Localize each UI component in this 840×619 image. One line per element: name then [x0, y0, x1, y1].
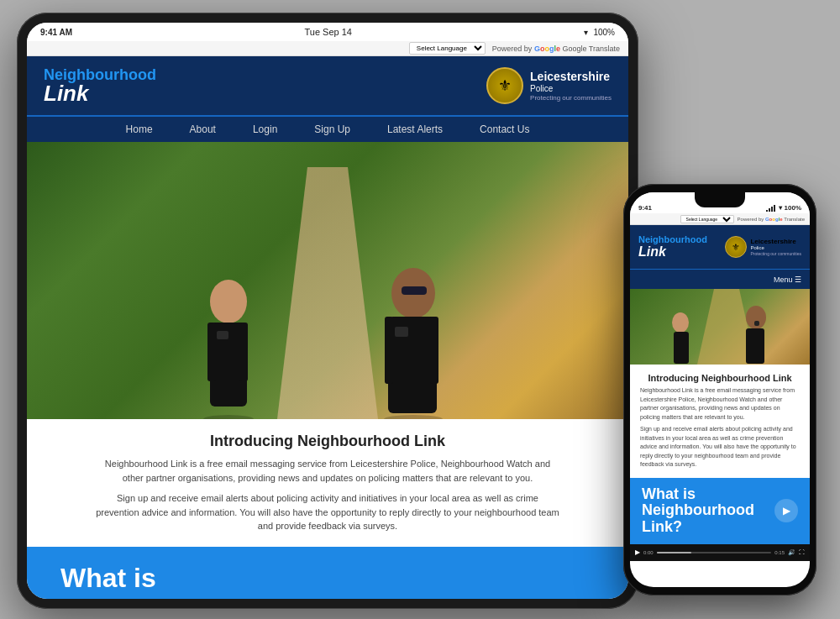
brand-logo: Neighbourhood Link — [44, 67, 156, 104]
intro-title: Introducing Neighbourhood Link — [94, 433, 561, 450]
phone-hero-svg — [630, 289, 810, 365]
video-progress-bar[interactable] — [657, 552, 772, 553]
phone-language-select[interactable]: Select Language — [680, 215, 734, 223]
police-badge-icon: ⚜ — [486, 67, 523, 104]
tablet-status-bar: 9:41 AM Tue Sep 14 ▾ 100% — [27, 23, 628, 41]
tablet-blue-section: What is — [27, 547, 628, 600]
phone-menu-label[interactable]: Menu ☰ — [774, 275, 801, 284]
nav-contact[interactable]: Contact Us — [461, 117, 548, 142]
language-select[interactable]: Select Language — [409, 42, 486, 55]
phone-police-name: Leicestershire — [750, 238, 801, 245]
tablet-date: Tue Sep 14 — [304, 27, 351, 37]
wifi-icon: ▾ — [584, 28, 588, 37]
blue-title: What is — [60, 564, 156, 593]
signal-icon — [766, 205, 776, 212]
phone-intro-title: Introducing Neighbourhood Link — [640, 373, 800, 383]
phone-powered-by: Powered by Google Translate — [738, 217, 805, 222]
svg-point-11 — [203, 415, 254, 419]
nav-about[interactable]: About — [171, 117, 234, 142]
phone-nav: Menu ☰ — [630, 269, 810, 289]
tablet-header: Neighbourhood Link ⚜ Leicestershire Poli… — [27, 56, 628, 115]
play-button[interactable]: ▶ — [774, 499, 798, 522]
police-subtitle: Protecting our communities — [530, 94, 612, 102]
police-info: Leicestershire Police Protecting our com… — [530, 70, 612, 102]
phone-police-info: Leicestershire Police Protecting our com… — [750, 238, 801, 256]
video-time-current: 0:00 — [643, 550, 654, 555]
police-logo: ⚜ Leicestershire Police Protecting our c… — [486, 67, 612, 104]
phone-police-badge-icon: ⚜ — [725, 236, 747, 258]
svg-rect-15 — [771, 207, 773, 212]
svg-rect-2 — [217, 331, 228, 339]
nav-login[interactable]: Login — [234, 117, 296, 142]
phone-device: 9:41 ▾ 100% Select Language — [623, 184, 816, 595]
phone-video-bar: ▶ 0:00 0:15 🔊 ⛶ — [630, 544, 810, 561]
nav-signup[interactable]: Sign Up — [296, 117, 369, 142]
phone-translate-bar: Select Language Powered by Google Transl… — [630, 213, 810, 225]
phone-screen: 9:41 ▾ 100% Select Language — [630, 192, 810, 587]
phone-police-logo: ⚜ Leicestershire Police Protecting our c… — [725, 236, 801, 258]
phone-intro-text1: Neighbourhood Link is a free email messa… — [640, 386, 800, 422]
phone-intro-section: Introducing Neighbourhood Link Neighbour… — [630, 365, 810, 478]
tablet-screen: 9:41 AM Tue Sep 14 ▾ 100% Select Languag… — [27, 23, 628, 599]
tablet-hero-image — [27, 142, 628, 419]
svg-rect-3 — [207, 323, 216, 381]
phone-blue-section: What is Neighbourhood Link? ▶ — [630, 478, 810, 544]
nav-home[interactable]: Home — [108, 117, 171, 142]
phone-notch — [695, 192, 745, 207]
brand-name-bottom: Link — [44, 82, 156, 104]
intro-text1: Neighbourhood Link is a free email messa… — [94, 457, 561, 485]
intro-text2: Sign up and receive email alerts about p… — [94, 491, 561, 533]
phone-brand-logo: Neighbourhood Link — [638, 234, 707, 260]
phone-brand-bottom: Link — [638, 244, 707, 260]
phone-brand-top: Neighbourhood — [638, 234, 707, 244]
svg-rect-14 — [769, 208, 770, 212]
battery-icon: 100% — [593, 28, 615, 37]
tablet-intro-section: Introducing Neighbourhood Link Neighbour… — [27, 419, 628, 547]
svg-rect-16 — [774, 205, 775, 212]
phone-hero-image — [630, 289, 810, 365]
phone-status-icons: ▾ 100% — [766, 204, 801, 212]
svg-rect-4 — [239, 323, 248, 381]
hero-officers-svg — [27, 142, 628, 419]
tablet-nav: Home About Login Sign Up Latest Alerts C… — [27, 115, 628, 142]
fullscreen-icon[interactable]: ⛶ — [799, 549, 805, 555]
scene: 9:41 AM Tue Sep 14 ▾ 100% Select Languag… — [0, 0, 840, 619]
svg-point-18 — [672, 312, 689, 333]
svg-rect-21 — [754, 321, 759, 326]
svg-rect-19 — [674, 332, 689, 364]
tablet-status-icons: ▾ 100% — [584, 28, 615, 37]
police-title: Police — [530, 83, 612, 94]
phone-header: Neighbourhood Link ⚜ Leicestershire Poli… — [630, 225, 810, 269]
svg-point-0 — [210, 280, 247, 323]
battery-icon-phone: 100% — [785, 204, 801, 212]
svg-rect-13 — [766, 210, 768, 212]
phone-police-title: Police — [750, 245, 801, 251]
wifi-icon-phone: ▾ — [779, 204, 782, 212]
svg-rect-10 — [430, 317, 438, 384]
phone-police-subtitle: Protecting our communities — [750, 251, 801, 256]
svg-rect-22 — [746, 328, 764, 364]
tablet-time: 9:41 AM — [40, 28, 72, 37]
volume-icon[interactable]: 🔊 — [788, 549, 795, 556]
nav-alerts[interactable]: Latest Alerts — [369, 117, 461, 142]
translate-bar: Select Language Powered by Google Google… — [27, 41, 628, 56]
play-icon[interactable]: ▶ — [635, 548, 640, 556]
phone-intro-text2: Sign up and receive email alerts about p… — [640, 425, 800, 469]
phone-time: 9:41 — [638, 204, 652, 212]
powered-by-label: Powered by Google Google Translate — [492, 45, 620, 53]
video-time-total: 0:15 — [774, 550, 785, 555]
svg-point-12 — [384, 415, 443, 419]
tablet-device: 9:41 AM Tue Sep 14 ▾ 100% Select Languag… — [17, 13, 638, 609]
svg-rect-6 — [402, 286, 427, 295]
svg-rect-9 — [385, 317, 393, 384]
svg-rect-8 — [395, 327, 408, 337]
police-name: Leicestershire — [530, 70, 612, 83]
video-progress-fill — [657, 552, 691, 553]
